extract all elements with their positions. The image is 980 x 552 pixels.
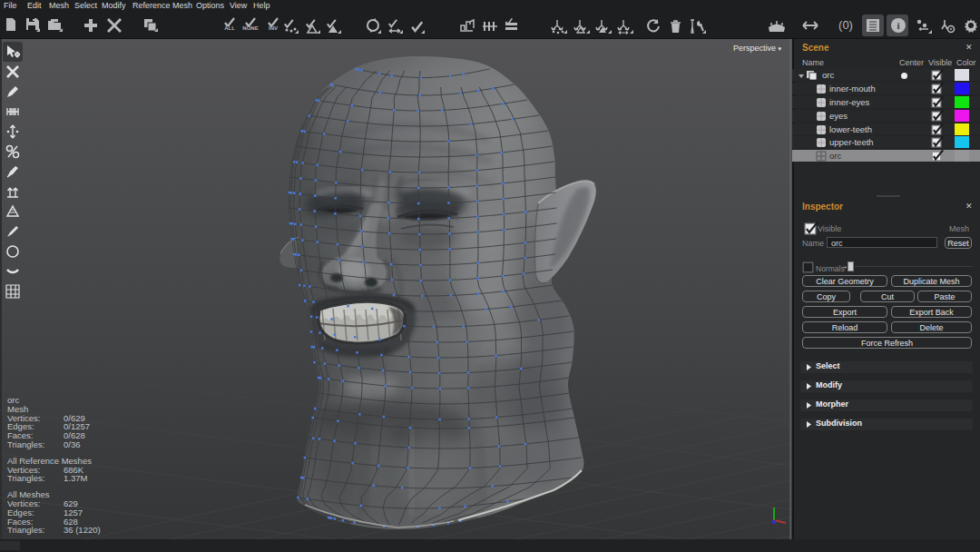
svg-text:(0): (0) [838, 18, 853, 32]
svg-text:i: i [897, 20, 899, 31]
